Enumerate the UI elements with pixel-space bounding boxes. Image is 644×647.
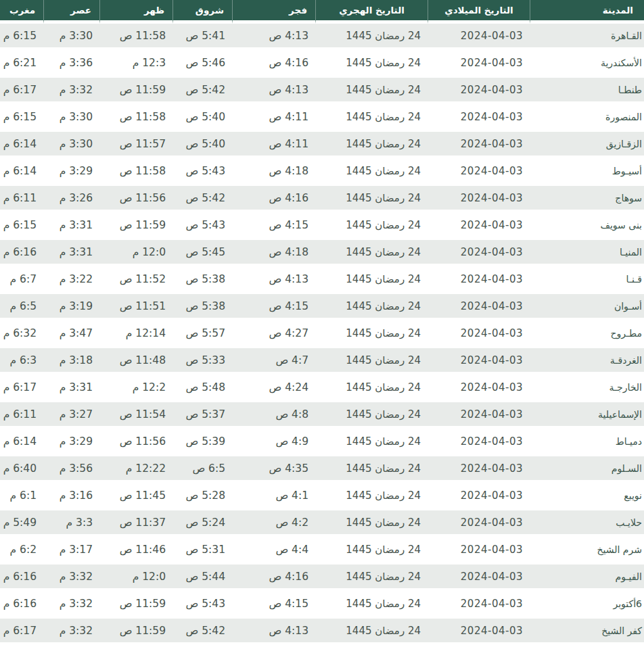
cell-fajr: 4:35 ص	[232, 456, 315, 483]
cell-gregorian: 2024-04-03	[428, 240, 530, 267]
table-row: الأسكندرية2024-04-0324 رمضان 14454:16 ص5…	[0, 51, 644, 78]
cell-gregorian: 2024-04-03	[428, 105, 530, 132]
cell-asr: 3:31 م	[43, 240, 99, 267]
cell-maghrib: 6:14 م	[0, 132, 43, 159]
cell-city: مطـروح	[530, 321, 644, 348]
cell-asr: 3:29 م	[43, 159, 99, 186]
cell-fajr: 4:16 ص	[232, 565, 315, 592]
cell-dhuhr: 12:0 م	[99, 565, 172, 592]
cell-city: الفيـوم	[530, 565, 644, 592]
cell-asr: 3:17 م	[43, 537, 99, 565]
cell-gregorian: 2024-04-03	[428, 132, 530, 159]
cell-gregorian: 2024-04-03	[428, 24, 530, 51]
cell-asr: 3:29 م	[43, 429, 99, 456]
cell-city: الإسماعيلية	[530, 402, 644, 429]
table-row: أسيـوط2024-04-0324 رمضان 14454:18 ص5:43 …	[0, 159, 644, 186]
header-cell-sunrise: شروق	[172, 0, 232, 24]
table-row: طنطـا2024-04-0324 رمضان 14454:13 ص5:42 ص…	[0, 78, 644, 105]
cell-sunrise: 5:28 ص	[172, 483, 232, 510]
cell-asr: 3:26 م	[43, 186, 99, 213]
cell-city: بنى سويف	[530, 213, 644, 240]
cell-dhuhr: 11:58 ص	[99, 105, 172, 132]
cell-asr: 3:32 م	[43, 619, 99, 646]
cell-asr: 3:56 م	[43, 456, 99, 483]
cell-fajr: 4:16 ص	[232, 186, 315, 213]
table-row: المنيـا2024-04-0324 رمضان 14454:18 ص5:45…	[0, 240, 644, 267]
table-row: نويبع2024-04-0324 رمضان 14454:1 ص5:28 ص1…	[0, 483, 644, 510]
cell-maghrib: 6:14 م	[0, 429, 43, 456]
cell-asr: 3:32 م	[43, 78, 99, 105]
cell-fajr: 4:11 ص	[232, 105, 315, 132]
header-cell-dhuhr: ظهر	[99, 0, 172, 24]
cell-dhuhr: 11:59 ص	[99, 213, 172, 240]
cell-gregorian: 2024-04-03	[428, 186, 530, 213]
cell-hijri: 24 رمضان 1445	[315, 294, 428, 321]
cell-city: أسـوان	[530, 294, 644, 321]
header-cell-maghrib: مغرب	[0, 0, 43, 24]
cell-sunrise: 6:5 ص	[172, 456, 232, 483]
cell-hijri: 24 رمضان 1445	[315, 240, 428, 267]
cell-sunrise: 5:43 ص	[172, 213, 232, 240]
cell-sunrise: 5:57 ص	[172, 321, 232, 348]
cell-hijri: 24 رمضان 1445	[315, 132, 428, 159]
cell-city: نويبع	[530, 483, 644, 510]
cell-gregorian: 2024-04-03	[428, 375, 530, 402]
cell-fajr: 4:13 ص	[232, 619, 315, 646]
table-row: الغردقـة2024-04-0324 رمضان 14454:7 ص5:33…	[0, 348, 644, 375]
cell-sunrise: 5:44 ص	[172, 565, 232, 592]
cell-asr: 3:30 م	[43, 132, 99, 159]
cell-gregorian: 2024-04-03	[428, 321, 530, 348]
table-body: القـاهرة2024-04-0324 رمضان 14454:13 ص5:4…	[0, 24, 644, 646]
cell-gregorian: 2024-04-03	[428, 429, 530, 456]
table-row: الفيـوم2024-04-0324 رمضان 14454:16 ص5:44…	[0, 565, 644, 592]
cell-hijri: 24 رمضان 1445	[315, 51, 428, 78]
table-row: بنى سويف2024-04-0324 رمضان 14454:15 ص5:4…	[0, 213, 644, 240]
header-cell-gregorian: التاريخ الميلادي	[428, 0, 530, 24]
cell-sunrise: 5:48 ص	[172, 375, 232, 402]
cell-fajr: 4:2 ص	[232, 510, 315, 537]
cell-sunrise: 5:37 ص	[172, 402, 232, 429]
cell-city: شرم الشيخ	[530, 537, 644, 565]
cell-maghrib: 6:2 م	[0, 537, 43, 565]
cell-sunrise: 5:42 ص	[172, 619, 232, 646]
cell-hijri: 24 رمضان 1445	[315, 159, 428, 186]
table-row: قـنـا2024-04-0324 رمضان 14454:13 ص5:38 ص…	[0, 267, 644, 294]
header-cell-city: المدينة	[530, 0, 644, 24]
cell-city: 6أكتوبر	[530, 592, 644, 619]
cell-maghrib: 6:32 م	[0, 321, 43, 348]
cell-dhuhr: 11:45 ص	[99, 483, 172, 510]
cell-city: الخارجـة	[530, 375, 644, 402]
cell-hijri: 24 رمضان 1445	[315, 375, 428, 402]
cell-sunrise: 5:43 ص	[172, 159, 232, 186]
cell-fajr: 4:8 ص	[232, 402, 315, 429]
cell-fajr: 4:16 ص	[232, 51, 315, 78]
cell-fajr: 4:27 ص	[232, 321, 315, 348]
cell-city: أسيـوط	[530, 159, 644, 186]
table-row: الإسماعيلية2024-04-0324 رمضان 14454:8 ص5…	[0, 402, 644, 429]
cell-sunrise: 5:38 ص	[172, 294, 232, 321]
cell-maghrib: 6:5 م	[0, 294, 43, 321]
cell-city: سوهاج	[530, 186, 644, 213]
cell-dhuhr: 11:59 ص	[99, 592, 172, 619]
cell-dhuhr: 11:51 ص	[99, 294, 172, 321]
cell-hijri: 24 رمضان 1445	[315, 456, 428, 483]
cell-gregorian: 2024-04-03	[428, 565, 530, 592]
table-row: حلايـب2024-04-0324 رمضان 14454:2 ص5:24 ص…	[0, 510, 644, 537]
cell-asr: 3:30 م	[43, 24, 99, 51]
cell-asr: 3:18 م	[43, 348, 99, 375]
cell-asr: 3:19 م	[43, 294, 99, 321]
cell-gregorian: 2024-04-03	[428, 51, 530, 78]
cell-dhuhr: 11:48 ص	[99, 348, 172, 375]
cell-gregorian: 2024-04-03	[428, 213, 530, 240]
cell-asr: 3:30 م	[43, 105, 99, 132]
cell-fajr: 4:18 ص	[232, 159, 315, 186]
cell-sunrise: 5:42 ص	[172, 186, 232, 213]
table-row: الخارجـة2024-04-0324 رمضان 14454:24 ص5:4…	[0, 375, 644, 402]
table-row: الزقـازيق2024-04-0324 رمضان 14454:11 ص5:…	[0, 132, 644, 159]
cell-maghrib: 6:21 م	[0, 51, 43, 78]
cell-hijri: 24 رمضان 1445	[315, 186, 428, 213]
cell-gregorian: 2024-04-03	[428, 592, 530, 619]
cell-gregorian: 2024-04-03	[428, 537, 530, 565]
cell-gregorian: 2024-04-03	[428, 159, 530, 186]
cell-asr: 3:47 م	[43, 321, 99, 348]
